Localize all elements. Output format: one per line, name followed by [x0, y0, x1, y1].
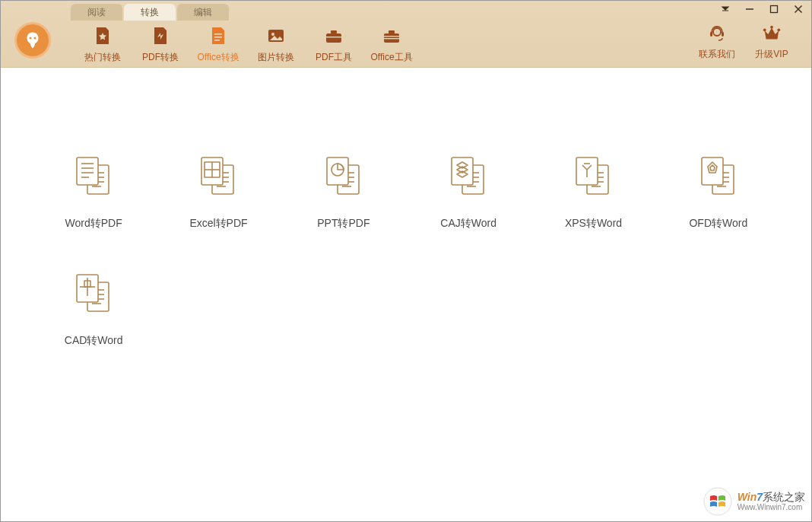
toolbar-label: 图片转换 [258, 51, 294, 64]
star-file-icon [92, 25, 113, 46]
word-doc-icon [69, 151, 118, 200]
toolbar-pdf-tools[interactable]: PDF工具 [305, 24, 363, 64]
svg-rect-17 [384, 36, 399, 37]
svg-rect-20 [710, 32, 712, 37]
crown-icon [762, 24, 782, 43]
option-excel-to-pdf[interactable]: Excel转PDF [156, 151, 281, 231]
contact-us[interactable]: 联系我们 [690, 24, 744, 61]
svg-rect-1 [771, 6, 778, 13]
app-logo[interactable] [14, 22, 51, 59]
svg-rect-21 [722, 32, 724, 37]
watermark-seven: 7 [756, 491, 763, 503]
option-ofd-to-word[interactable]: OFD转Word [656, 151, 781, 231]
svg-point-4 [30, 37, 32, 40]
svg-rect-30 [77, 158, 98, 185]
svg-point-11 [271, 33, 274, 36]
tab-label: 转换 [141, 7, 159, 18]
toolbar: 热门转换 PDF转换 Office转换 图片转换 PDF工具 [74, 24, 420, 64]
svg-rect-13 [331, 30, 337, 33]
svg-rect-18 [384, 38, 399, 39]
option-label: XPS转Word [565, 217, 622, 231]
toolbar-label: PDF工具 [316, 51, 352, 64]
tabs-row: 阅读 转换 编辑 [71, 1, 230, 21]
toolbar-label: PDF转换 [142, 51, 179, 64]
cad-doc-icon [69, 269, 118, 317]
window-controls [718, 1, 805, 18]
xps-doc-icon [569, 151, 617, 200]
svg-point-5 [34, 37, 36, 40]
tab-label: 编辑 [194, 7, 212, 18]
toolbar-hot-convert[interactable]: 热门转换 [74, 24, 132, 64]
tab-convert[interactable]: 转换 [124, 4, 176, 21]
svg-point-22 [763, 29, 766, 32]
toolbar-label: Office转换 [197, 51, 239, 64]
watermark-win: Win [737, 491, 757, 503]
tab-read[interactable]: 阅读 [71, 4, 122, 21]
upgrade-vip[interactable]: 升级VIP [744, 24, 799, 61]
watermark-text: Win7系统之家 Www.Winwin7.com [737, 492, 805, 511]
option-label: Excel转PDF [189, 217, 247, 231]
contact-label: 联系我们 [699, 48, 735, 61]
option-caj-to-word[interactable]: CAJ转Word [406, 151, 531, 231]
toolbar-label: 热门转换 [84, 51, 121, 64]
toolbar-office-tools[interactable]: Office工具 [363, 24, 420, 64]
option-xps-to-word[interactable]: XPS转Word [531, 151, 655, 231]
option-label: CAJ转Word [440, 217, 496, 231]
option-label: Word转PDF [65, 217, 122, 231]
toolbar-label: Office工具 [370, 51, 412, 64]
option-cad-to-word[interactable]: CAD转Word [31, 269, 156, 348]
svg-rect-16 [389, 30, 395, 33]
menu-icon[interactable] [718, 2, 732, 16]
svg-rect-14 [326, 37, 341, 37]
toolbar-office-convert[interactable]: Office转换 [189, 24, 247, 64]
windows-logo-icon [703, 486, 733, 517]
svg-point-23 [770, 26, 773, 29]
tab-edit[interactable]: 编辑 [177, 4, 229, 21]
right-tools: 联系我们 升级VIP [690, 24, 799, 61]
svg-point-80 [704, 488, 731, 515]
svg-rect-7 [214, 33, 222, 35]
options-grid: Word转PDF Excel转PDF [1, 113, 811, 348]
svg-point-24 [777, 29, 780, 32]
caj-doc-icon [444, 151, 493, 200]
toolbox-icon [323, 25, 344, 46]
close-icon[interactable] [791, 2, 805, 16]
pdf-file-icon [150, 25, 171, 46]
image-file-icon [265, 25, 287, 46]
office-file-icon [208, 25, 229, 46]
toolbar-image-convert[interactable]: 图片转换 [247, 24, 305, 64]
option-label: PPT转PDF [317, 217, 370, 231]
watermark-url: Www.Winwin7.com [737, 503, 805, 511]
ofd-doc-icon [694, 151, 743, 200]
option-label: OFD转Word [689, 217, 747, 231]
svg-rect-12 [326, 33, 341, 43]
minimize-icon[interactable] [743, 2, 756, 16]
header: 阅读 转换 编辑 热门转换 [1, 1, 811, 68]
watermark-rest: 系统之家 [763, 491, 805, 503]
svg-rect-49 [327, 158, 348, 185]
option-ppt-to-pdf[interactable]: PPT转PDF [281, 151, 406, 231]
maximize-icon[interactable] [767, 2, 781, 16]
content-area: Word转PDF Excel转PDF [1, 68, 811, 521]
svg-point-19 [713, 28, 721, 36]
svg-rect-9 [214, 40, 220, 41]
tab-label: 阅读 [87, 7, 106, 18]
toolbar-pdf-convert[interactable]: PDF转换 [132, 24, 189, 64]
ppt-doc-icon [319, 151, 368, 200]
option-word-to-pdf[interactable]: Word转PDF [31, 151, 156, 231]
svg-rect-8 [214, 37, 222, 38]
upgrade-label: 升级VIP [755, 48, 788, 61]
watermark: Win7系统之家 Www.Winwin7.com [703, 486, 805, 517]
excel-doc-icon [194, 151, 243, 200]
toolbox-icon [381, 25, 402, 46]
headset-icon [707, 24, 727, 43]
option-label: CAD转Word [65, 334, 123, 348]
